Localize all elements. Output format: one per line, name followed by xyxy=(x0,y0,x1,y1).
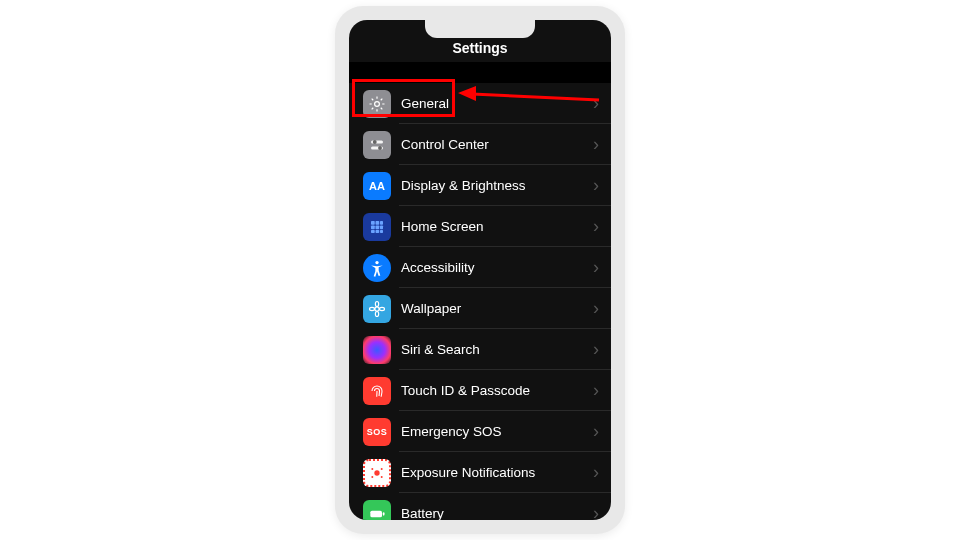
svg-rect-9 xyxy=(376,225,380,229)
svg-rect-1 xyxy=(371,140,383,143)
row-accessibility[interactable]: Accessibility › xyxy=(349,247,611,288)
chevron-right-icon: › xyxy=(593,380,599,401)
svg-rect-6 xyxy=(376,221,380,225)
flower-icon xyxy=(363,295,391,323)
section-gap xyxy=(349,63,611,83)
chevron-right-icon: › xyxy=(593,175,599,196)
device-frame: Settings General › Control Center › AA D… xyxy=(335,6,625,534)
svg-point-24 xyxy=(381,476,383,478)
svg-point-17 xyxy=(375,311,378,316)
svg-rect-10 xyxy=(380,225,383,229)
row-home-screen[interactable]: Home Screen › xyxy=(349,206,611,247)
svg-point-3 xyxy=(373,140,377,144)
row-label: Wallpaper xyxy=(401,301,593,316)
row-label: Emergency SOS xyxy=(401,424,593,439)
person-circle-icon xyxy=(363,254,391,282)
row-label: Touch ID & Passcode xyxy=(401,383,593,398)
row-display-brightness[interactable]: AA Display & Brightness › xyxy=(349,165,611,206)
chevron-right-icon: › xyxy=(593,134,599,155)
row-label: Accessibility xyxy=(401,260,593,275)
title-text: Settings xyxy=(452,40,507,56)
svg-point-14 xyxy=(375,260,378,263)
svg-point-18 xyxy=(370,307,375,310)
row-label: Display & Brightness xyxy=(401,178,593,193)
svg-point-19 xyxy=(380,307,385,310)
row-general[interactable]: General › xyxy=(349,83,611,124)
row-battery[interactable]: Battery › xyxy=(349,493,611,520)
svg-point-20 xyxy=(374,470,379,475)
chevron-right-icon: › xyxy=(593,462,599,483)
screen: Settings General › Control Center › AA D… xyxy=(349,20,611,520)
svg-point-16 xyxy=(375,301,378,306)
chevron-right-icon: › xyxy=(593,216,599,237)
sos-icon: SOS xyxy=(363,418,391,446)
exposure-icon xyxy=(363,459,391,487)
row-label: Siri & Search xyxy=(401,342,593,357)
siri-icon xyxy=(363,336,391,364)
svg-point-4 xyxy=(378,146,382,150)
svg-rect-13 xyxy=(380,230,383,233)
row-touch-id-passcode[interactable]: Touch ID & Passcode › xyxy=(349,370,611,411)
row-label: Exposure Notifications xyxy=(401,465,593,480)
gear-icon xyxy=(363,90,391,118)
row-label: General xyxy=(401,96,593,111)
row-control-center[interactable]: Control Center › xyxy=(349,124,611,165)
svg-rect-8 xyxy=(371,225,375,229)
svg-point-23 xyxy=(371,476,373,478)
row-label: Home Screen xyxy=(401,219,593,234)
svg-point-22 xyxy=(381,468,383,470)
svg-point-15 xyxy=(375,306,379,310)
svg-point-0 xyxy=(375,101,380,106)
chevron-right-icon: › xyxy=(593,298,599,319)
row-exposure-notifications[interactable]: Exposure Notifications › xyxy=(349,452,611,493)
row-label: Battery xyxy=(401,506,593,520)
row-siri-search[interactable]: Siri & Search › xyxy=(349,329,611,370)
svg-rect-26 xyxy=(383,512,385,515)
grid-icon xyxy=(363,213,391,241)
fingerprint-icon xyxy=(363,377,391,405)
chevron-right-icon: › xyxy=(593,339,599,360)
sliders-icon xyxy=(363,131,391,159)
chevron-right-icon: › xyxy=(593,257,599,278)
row-emergency-sos[interactable]: SOS Emergency SOS › xyxy=(349,411,611,452)
chevron-right-icon: › xyxy=(593,503,599,520)
svg-rect-25 xyxy=(370,510,382,517)
row-label: Control Center xyxy=(401,137,593,152)
chevron-right-icon: › xyxy=(593,93,599,114)
svg-rect-12 xyxy=(376,230,380,233)
svg-rect-5 xyxy=(371,221,375,225)
svg-point-21 xyxy=(371,468,373,470)
svg-rect-11 xyxy=(371,230,375,233)
settings-list: General › Control Center › AA Display & … xyxy=(349,83,611,520)
svg-rect-7 xyxy=(380,221,383,225)
text-size-icon: AA xyxy=(363,172,391,200)
row-wallpaper[interactable]: Wallpaper › xyxy=(349,288,611,329)
device-notch xyxy=(425,20,535,38)
battery-icon xyxy=(363,500,391,521)
chevron-right-icon: › xyxy=(593,421,599,442)
